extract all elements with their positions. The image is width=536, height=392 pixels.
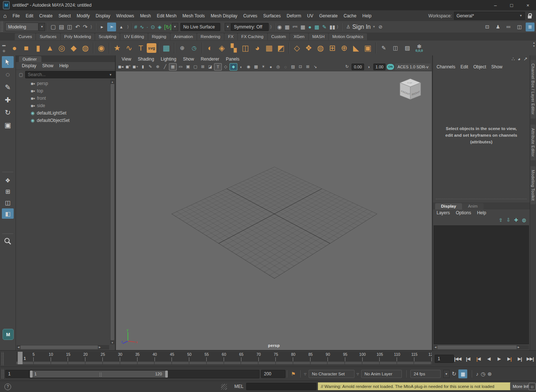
panel-grip[interactable] bbox=[221, 384, 227, 390]
circularize-icon[interactable]: ⊕ bbox=[338, 42, 350, 54]
subdivide-icon[interactable]: ▦ bbox=[263, 42, 275, 54]
current-frame-field[interactable]: 1 bbox=[435, 355, 454, 363]
wireframe-icon[interactable]: ◇ bbox=[224, 64, 227, 69]
rotate-tool[interactable]: ↻ bbox=[5, 108, 11, 117]
separator[interactable] bbox=[172, 42, 176, 54]
scale-tool[interactable]: ▣ bbox=[4, 121, 11, 129]
open-scene-icon[interactable]: ▤ bbox=[59, 24, 64, 30]
layer-tab[interactable]: Anim bbox=[462, 203, 484, 209]
snap-options-arrow[interactable]: ▼ bbox=[172, 23, 178, 31]
audio-icon[interactable]: ♪ bbox=[476, 371, 478, 377]
anti-alias-icon[interactable]: ▨ bbox=[291, 64, 295, 69]
pan-zoom-icon[interactable]: ⊕ bbox=[156, 64, 159, 69]
step-forward-key-button[interactable]: ▶| bbox=[508, 356, 512, 362]
separator[interactable] bbox=[107, 42, 111, 54]
super-shape-icon[interactable]: ★ bbox=[111, 42, 123, 54]
zoom-region-icon[interactable]: ↘ bbox=[313, 64, 317, 69]
menu-item[interactable]: File bbox=[10, 12, 23, 20]
select-hierarchy-icon[interactable]: ▸ bbox=[101, 24, 104, 30]
attribute-editor-icon[interactable]: ◫ bbox=[517, 24, 522, 30]
motion-blur-icon[interactable]: ◌ bbox=[284, 65, 287, 69]
list-item[interactable]: ◼◂ side bbox=[16, 102, 110, 109]
reset-transform-icon[interactable]: ◷ bbox=[188, 42, 200, 54]
paint-effects-icon[interactable]: ✎ bbox=[322, 24, 327, 30]
anim-layer-select[interactable]: No Anim Layer bbox=[361, 370, 402, 378]
menu-item[interactable]: Show bbox=[180, 55, 197, 63]
uv-pin-icon[interactable]: ◫ bbox=[390, 42, 401, 54]
snap-to-origin-icon[interactable]: ❄ 0,0,0 bbox=[413, 44, 425, 52]
sweep-mesh-icon[interactable]: ▦ bbox=[160, 42, 172, 54]
fps-select-arrow[interactable]: ▼ bbox=[443, 370, 450, 378]
list-item[interactable]: ◼◂ front bbox=[16, 95, 110, 102]
grease-pencil-icon[interactable]: ✎ bbox=[149, 64, 152, 69]
character-controls-icon[interactable]: ♟ bbox=[496, 24, 500, 30]
isolate-select-icon[interactable]: ⊡ bbox=[299, 64, 302, 69]
separator[interactable] bbox=[287, 42, 291, 54]
search-input[interactable] bbox=[25, 71, 116, 78]
channel-graph-icon[interactable]: ↗ bbox=[523, 56, 527, 62]
play-forwards-button[interactable]: ▶ bbox=[498, 356, 501, 361]
grid-icon[interactable]: ▦ bbox=[171, 64, 174, 69]
snap-point-icon[interactable]: ∙ bbox=[147, 24, 148, 30]
viewport-canvas[interactable]: TOP FRONT RIGHT y x z persp bbox=[116, 71, 432, 350]
loop-icon[interactable]: ↻ bbox=[452, 371, 457, 377]
menu-item[interactable]: Help bbox=[477, 209, 486, 216]
separator[interactable] bbox=[200, 42, 204, 54]
menu-item[interactable]: Mesh Display bbox=[208, 12, 240, 20]
annotate-icon[interactable]: ╱ bbox=[164, 64, 166, 69]
time-units-icon[interactable]: ◷ bbox=[481, 371, 485, 377]
mode-select-arrow[interactable]: ▼ bbox=[39, 23, 45, 31]
mirror-icon[interactable]: ◈ bbox=[216, 42, 228, 54]
isolate-add-icon[interactable]: ⊞ bbox=[306, 64, 309, 69]
contrast-field[interactable]: 1.00 bbox=[373, 64, 386, 70]
separator[interactable] bbox=[156, 42, 160, 54]
scroll-left-icon[interactable]: ◀ bbox=[17, 346, 20, 349]
film-gate-icon[interactable]: ▭ bbox=[179, 64, 182, 69]
fps-select[interactable]: 24 fps bbox=[410, 370, 441, 378]
poly-sphere-icon[interactable]: ● bbox=[9, 42, 20, 54]
wireframe-on-shaded-icon[interactable]: ▩ bbox=[254, 64, 258, 69]
redo-icon[interactable]: ↷ bbox=[83, 24, 88, 30]
select-camera-icon[interactable]: ◼◂ bbox=[118, 64, 123, 69]
poly-helix-icon[interactable]: ∿ bbox=[123, 42, 135, 54]
occlusion-icon[interactable]: ◎ bbox=[277, 64, 280, 69]
list-item[interactable]: ◉ defaultObjectSet bbox=[16, 117, 110, 124]
close-icon[interactable]: × bbox=[520, 0, 536, 10]
menu-item[interactable]: Lighting bbox=[158, 55, 179, 63]
colorspace-select[interactable]: ACES 1.0 SDR-v bbox=[395, 64, 431, 70]
shelf-tab[interactable]: Poly Modeling bbox=[61, 33, 95, 40]
shelf-tab[interactable]: Curves bbox=[15, 33, 36, 40]
menu-item[interactable]: Generate bbox=[316, 12, 340, 20]
symmetry-arrow[interactable]: ▼ bbox=[225, 23, 231, 31]
shelf-menu-icon[interactable]: ▬ bbox=[2, 43, 6, 47]
menu-item[interactable]: Renderer bbox=[198, 55, 222, 63]
channel-box-icon[interactable]: ≔ bbox=[506, 24, 511, 30]
menu-item[interactable]: Cache bbox=[341, 12, 360, 20]
image-plane-icon[interactable]: ◪ bbox=[208, 64, 212, 69]
shelf-tab[interactable]: Rigging bbox=[148, 33, 170, 40]
poly-cube-icon[interactable]: ■ bbox=[20, 42, 32, 54]
layout-outliner-persp[interactable]: ◧ bbox=[5, 210, 10, 217]
live-surface-field[interactable]: No Live Surface bbox=[180, 23, 220, 31]
range-end-handle[interactable] bbox=[165, 371, 168, 378]
sign-in-button[interactable]: ♙ Sign In ▼ bbox=[346, 24, 375, 30]
select-tool[interactable] bbox=[2, 56, 14, 68]
shelf-gear-icon[interactable]: ⊛ bbox=[2, 49, 6, 53]
evaluation-toolkit-icon[interactable]: ⊛ bbox=[488, 371, 492, 377]
poly-torus-icon[interactable]: ◎ bbox=[56, 42, 68, 54]
menu-item[interactable]: Mesh bbox=[137, 12, 154, 20]
menu-item[interactable]: Curves bbox=[240, 12, 260, 20]
sidebar-tab[interactable]: Modeling Toolkit bbox=[530, 166, 536, 204]
character-set-select[interactable]: No Character Set bbox=[309, 370, 354, 378]
menu-item[interactable]: View bbox=[119, 55, 134, 63]
shelf-scroll-up-icon[interactable]: ▲ bbox=[533, 41, 535, 44]
combine-icon[interactable]: ▚ bbox=[228, 42, 240, 54]
shelf-tab[interactable]: MASH bbox=[309, 33, 329, 40]
poly-plane-icon[interactable]: ◆ bbox=[68, 42, 79, 54]
menu-item[interactable]: Create bbox=[36, 12, 55, 20]
menu-item[interactable]: Help bbox=[57, 62, 71, 69]
snap-grid-icon[interactable]: # bbox=[134, 24, 137, 30]
textured-icon[interactable]: ◐ bbox=[240, 65, 242, 69]
target-weld-icon[interactable]: ⊕ bbox=[176, 42, 188, 54]
render-view-icon[interactable]: ◉ bbox=[277, 24, 282, 30]
